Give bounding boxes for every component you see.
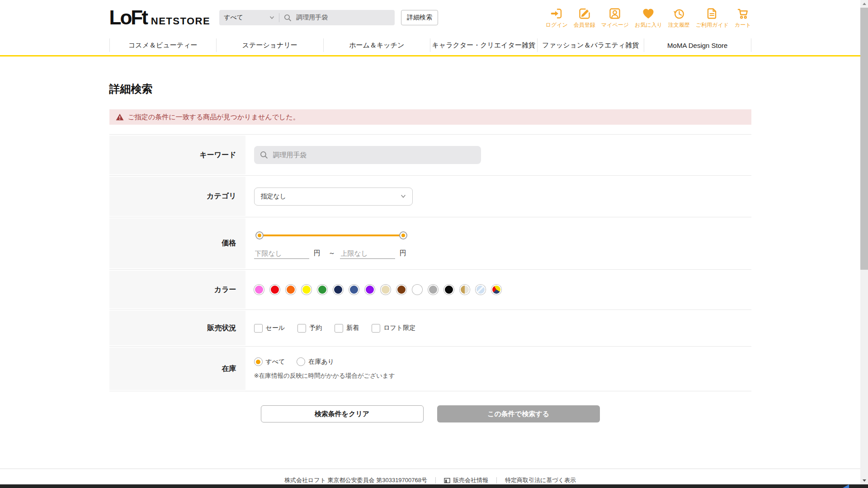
quick-link-mypage[interactable]: マイページ — [601, 7, 629, 29]
price-max-input[interactable] — [340, 248, 395, 259]
checkbox-new-arrival[interactable]: 新着 — [335, 324, 359, 333]
nav-item-home-kitchen[interactable]: ホーム＆キッチン — [324, 41, 430, 50]
color-swatch-gold-silver[interactable] — [460, 285, 470, 295]
color-swatch-beige[interactable] — [381, 285, 391, 295]
color-swatch-navy[interactable] — [333, 285, 343, 295]
login-icon — [550, 7, 563, 20]
mypage-icon — [608, 7, 622, 20]
search-bar-divider — [279, 13, 279, 22]
quick-link-favorites[interactable]: お気に入り — [635, 7, 662, 29]
keyword-input-wrap — [254, 146, 481, 164]
quick-link-login[interactable]: ログイン — [546, 7, 568, 29]
guide-icon — [705, 7, 719, 20]
color-swatch-row — [254, 285, 501, 295]
scrollbar-down-button[interactable] — [860, 477, 868, 484]
checkbox-sale[interactable]: セール — [254, 324, 285, 333]
main-nav: コスメ＆ビューティー ステーショナリー ホーム＆キッチン キャラクター・クリエイ… — [0, 35, 860, 56]
nav-item-cosmetics[interactable]: コスメ＆ビューティー — [110, 41, 217, 50]
cart-icon — [736, 7, 750, 20]
quick-link-guide[interactable]: ご利用ガイド — [696, 7, 729, 29]
scrollbar-thumb[interactable] — [860, 8, 868, 270]
price-label: 価格 — [109, 217, 245, 269]
nav-item-stationery[interactable]: ステーショナリー — [217, 41, 323, 50]
warning-icon — [116, 113, 124, 121]
header-search-area: すべて 詳細検索 — [219, 10, 438, 25]
nav-item-character-goods[interactable]: キャラクター・クリエイター雑貨 — [430, 41, 537, 50]
checkbox-loft-limited[interactable]: ロフト限定 — [372, 324, 415, 333]
footer-link-legal-notice[interactable]: 特定商取引法に基づく表示 — [505, 476, 576, 484]
quick-link-cart[interactable]: カート — [735, 7, 751, 29]
quick-link-label: 会員登録 — [574, 21, 595, 29]
color-swatch-orange[interactable] — [286, 285, 296, 295]
page-title: 詳細検索 — [109, 82, 751, 96]
color-label: カラー — [109, 270, 245, 310]
price-unit-label: 円 — [314, 249, 321, 258]
footer-company-text: 株式会社ロフト 東京都公安委員会 第303319700768号 — [284, 476, 427, 484]
color-swatch-clear[interactable] — [476, 285, 486, 295]
nav-item-moma-design-store[interactable]: MoMA Design Store — [644, 42, 751, 49]
stock-note: ※在庫情報の反映に時間がかかる場合がございます — [254, 372, 395, 380]
header-search-input[interactable] — [295, 14, 386, 22]
price-min-input[interactable] — [254, 248, 309, 259]
color-swatch-gray[interactable] — [428, 285, 438, 295]
color-swatch-pink[interactable] — [254, 285, 264, 295]
quick-link-label: ご利用ガイド — [696, 21, 729, 29]
register-icon — [578, 7, 591, 20]
storefront-icon — [444, 478, 450, 483]
detail-search-button[interactable]: 詳細検索 — [401, 10, 438, 25]
color-swatch-blue[interactable] — [349, 285, 359, 295]
checkbox-icon — [297, 324, 306, 333]
color-swatch-yellow[interactable] — [302, 285, 311, 295]
error-message: ご指定の条件に一致する商品が見つかりませんでした。 — [128, 113, 300, 122]
color-swatch-white[interactable] — [412, 285, 422, 295]
checkbox-icon — [254, 324, 263, 333]
color-swatch-red[interactable] — [270, 285, 280, 295]
header-search-category-select[interactable]: すべて — [224, 14, 274, 22]
triangle-down-icon — [863, 479, 866, 482]
form-row-stock: 在庫 すべて 在庫あり ※在庫情報の反映に時間がかかる場合がございます — [109, 347, 751, 391]
price-range-slider[interactable] — [259, 230, 403, 241]
quick-link-label: お気に入り — [635, 21, 662, 29]
nav-item-fashion-variety[interactable]: ファッション＆バラエティ雑貨 — [538, 41, 644, 50]
sales-status-options: セール 予約 新着 ロフト限定 — [254, 324, 416, 333]
quick-link-order-history[interactable]: 注文履歴 — [668, 7, 690, 29]
price-inputs: 円 ～ 円 — [254, 248, 410, 259]
browser-scrollbar[interactable] — [860, 0, 868, 484]
radio-icon-selected — [254, 357, 263, 366]
radio-stock-available[interactable]: 在庫あり — [297, 357, 334, 366]
color-swatch-green[interactable] — [317, 285, 327, 295]
color-swatch-black[interactable] — [444, 285, 454, 295]
scrollbar-up-button[interactable] — [860, 0, 868, 8]
color-swatch-multicolor[interactable] — [491, 285, 501, 295]
price-range-separator: ～ — [329, 249, 335, 258]
taskbar-blue-accent — [843, 484, 849, 488]
color-swatch-purple[interactable] — [365, 285, 375, 295]
color-swatch-brown[interactable] — [396, 285, 406, 295]
quick-link-label: 注文履歴 — [668, 21, 690, 29]
radio-label: すべて — [266, 358, 285, 366]
radio-icon — [297, 357, 305, 366]
stock-label: 在庫 — [109, 347, 245, 391]
nav-divider — [751, 38, 751, 52]
footer-link-company-info[interactable]: 販売会社情報 — [444, 476, 488, 484]
category-select[interactable]: 指定なし — [254, 188, 413, 206]
keyword-input[interactable] — [272, 151, 475, 160]
checkbox-reservation[interactable]: 予約 — [297, 324, 322, 333]
header-search-bar: すべて — [219, 10, 395, 25]
stock-options: すべて 在庫あり — [254, 357, 335, 366]
price-slider-min-handle[interactable] — [256, 232, 263, 239]
radio-stock-all[interactable]: すべて — [254, 357, 285, 366]
logo-loft-text: LoFt — [109, 8, 147, 28]
form-row-keyword: キーワード — [109, 135, 751, 176]
checkbox-label: セール — [266, 324, 285, 332]
loft-netstore-logo[interactable]: LoFt NETSTORE — [109, 8, 211, 28]
checkbox-icon — [372, 324, 380, 333]
category-selected-value: 指定なし — [261, 192, 287, 201]
price-slider-max-handle[interactable] — [400, 232, 406, 239]
clear-conditions-button[interactable]: 検索条件をクリア — [261, 405, 424, 422]
quick-link-label: カート — [735, 21, 751, 29]
search-with-conditions-button[interactable]: この条件で検索する — [437, 405, 600, 422]
browser-viewport: LoFt NETSTORE すべて — [0, 0, 860, 484]
quick-link-register[interactable]: 会員登録 — [574, 7, 595, 29]
form-row-sales-status: 販売状況 セール 予約 新着 — [109, 310, 751, 347]
